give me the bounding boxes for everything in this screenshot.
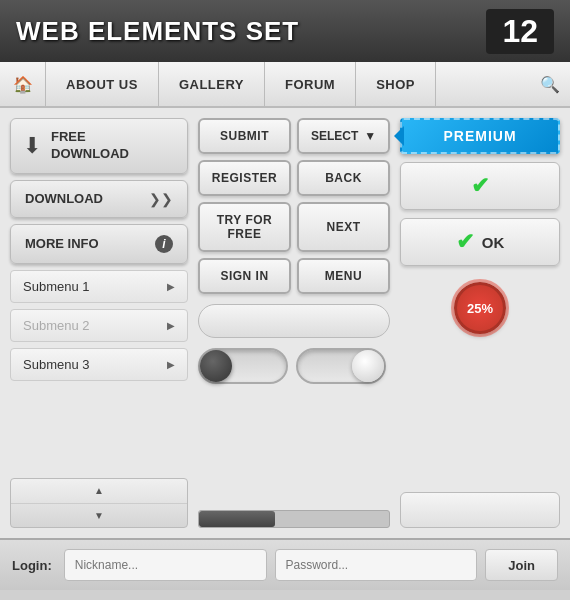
button-row-2: REGISTER BACK: [198, 160, 390, 196]
premium-badge[interactable]: PREMIUM: [400, 118, 560, 154]
free-download-label: FREE DOWNLOAD: [51, 129, 129, 163]
submenu-item-3[interactable]: Submenu 3 ▶: [10, 348, 188, 381]
progress-area: [198, 510, 390, 528]
long-empty-button[interactable]: [198, 304, 390, 338]
ok-check-icon: ✔: [456, 229, 474, 255]
search-icon: 🔍: [540, 75, 560, 94]
join-button[interactable]: Join: [485, 549, 558, 581]
nav-tab-forum[interactable]: FORUM: [265, 62, 356, 106]
more-info-button[interactable]: MORE INFO i: [10, 224, 188, 264]
next-button[interactable]: NEXT: [297, 202, 390, 252]
seal-circle: 25%: [454, 282, 506, 334]
header-number: 12: [486, 9, 554, 54]
free-download-button[interactable]: ⬇ FREE DOWNLOAD: [10, 118, 188, 174]
home-icon: 🏠: [13, 75, 33, 94]
page-title: WEB ELEMENTS SET: [16, 16, 486, 47]
right-spacer: [400, 346, 560, 484]
login-bar: Login: Join: [0, 538, 570, 590]
submenu-2-label: Submenu 2: [23, 318, 90, 333]
login-label: Login:: [12, 558, 52, 573]
submenu-item-2[interactable]: Submenu 2 ▶: [10, 309, 188, 342]
dropdown-icon: ▼: [364, 129, 376, 143]
nav-tab-shop-label: SHOP: [376, 77, 415, 92]
toggle-knob: [352, 350, 384, 382]
toggle-row: [198, 348, 390, 384]
nav-tab-gallery-label: GALLERY: [179, 77, 244, 92]
button-row-1: SUBMIT SELECT ▼: [198, 118, 390, 154]
password-input[interactable]: [275, 549, 478, 581]
nav-home-button[interactable]: 🏠: [0, 62, 46, 106]
download-label: DOWNLOAD: [25, 191, 103, 206]
discount-label: 25%: [467, 302, 493, 315]
scroll-control: ▲ ▼: [10, 478, 188, 528]
submenu-item-1[interactable]: Submenu 1 ▶: [10, 270, 188, 303]
search-button[interactable]: 🔍: [530, 62, 570, 106]
download-icon: ⬇: [23, 133, 41, 159]
more-info-label: MORE INFO: [25, 236, 99, 251]
download-button[interactable]: DOWNLOAD ❯❯: [10, 180, 188, 218]
progress-bar-fill: [199, 511, 275, 527]
main-content: ⬇ FREE DOWNLOAD DOWNLOAD ❯❯ MORE INFO i …: [0, 108, 570, 538]
submit-button[interactable]: SUBMIT: [198, 118, 291, 154]
progress-bar-track: [198, 510, 390, 528]
scroll-down-button[interactable]: ▼: [11, 504, 187, 528]
toggle-off-switch[interactable]: [198, 348, 288, 384]
menu-button[interactable]: MENU: [297, 258, 390, 294]
back-button[interactable]: BACK: [297, 160, 390, 196]
header: WEB ELEMENTS SET 12: [0, 0, 570, 62]
middle-column: SUBMIT SELECT ▼ REGISTER BACK TRY FOR FR…: [198, 118, 390, 528]
ok-label: OK: [482, 234, 505, 251]
arrow-right-icon: ▶: [167, 359, 175, 370]
checkmark-button[interactable]: ✔: [400, 162, 560, 210]
check-icon: ✔: [471, 173, 489, 199]
toggle-knob: [200, 350, 232, 382]
chevron-down-icon: ❯❯: [149, 191, 173, 207]
left-column: ⬇ FREE DOWNLOAD DOWNLOAD ❯❯ MORE INFO i …: [10, 118, 188, 528]
right-empty-area: [400, 492, 560, 528]
arrow-right-icon: ▶: [167, 281, 175, 292]
discount-seal: 25%: [454, 282, 506, 334]
seal-container: 25%: [400, 278, 560, 338]
button-row-4: SIGN IN MENU: [198, 258, 390, 294]
info-icon: i: [155, 235, 173, 253]
submenu-3-label: Submenu 3: [23, 357, 90, 372]
nav-tab-forum-label: FORUM: [285, 77, 335, 92]
navbar: 🏠 ABOUT US GALLERY FORUM SHOP 🔍: [0, 62, 570, 108]
toggle-on-switch[interactable]: [296, 348, 386, 384]
nav-tab-about-label: ABOUT US: [66, 77, 138, 92]
right-column: PREMIUM ✔ ✔ OK 25%: [400, 118, 560, 528]
try-for-free-button[interactable]: TRY FOR FREE: [198, 202, 291, 252]
select-button[interactable]: SELECT ▼: [297, 118, 390, 154]
nav-tab-about[interactable]: ABOUT US: [46, 62, 159, 106]
nav-tab-shop[interactable]: SHOP: [356, 62, 436, 106]
button-row-3: TRY FOR FREE NEXT: [198, 202, 390, 252]
ok-button[interactable]: ✔ OK: [400, 218, 560, 266]
arrow-right-icon: ▶: [167, 320, 175, 331]
nav-tab-gallery[interactable]: GALLERY: [159, 62, 265, 106]
submenu-1-label: Submenu 1: [23, 279, 90, 294]
sign-in-button[interactable]: SIGN IN: [198, 258, 291, 294]
nickname-input[interactable]: [64, 549, 267, 581]
register-button[interactable]: REGISTER: [198, 160, 291, 196]
scroll-up-button[interactable]: ▲: [11, 479, 187, 504]
